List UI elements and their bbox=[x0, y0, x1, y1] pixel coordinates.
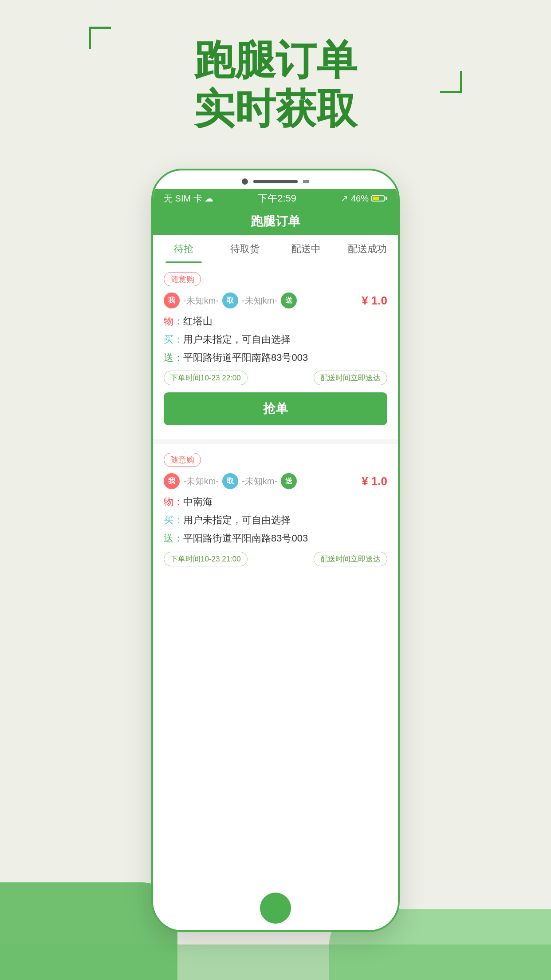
order-card-1: 随意购 我 -未知km- 取 -未知km- 送 ¥ 1.0 物： 红塔山 bbox=[153, 263, 398, 434]
tab-bar: 待抢 待取货 配送中 配送成功 bbox=[153, 235, 398, 263]
buy-label-1: 买： bbox=[164, 333, 183, 346]
camera-dot bbox=[242, 178, 248, 185]
header-line2: 实时获取 bbox=[0, 84, 551, 133]
send-label-2: 送： bbox=[164, 532, 183, 545]
tab-delivering[interactable]: 配送中 bbox=[276, 235, 337, 263]
delivery-time-2: 配送时间立即送达 bbox=[314, 552, 387, 566]
sensor bbox=[303, 180, 309, 183]
distance1-2: -未知km- bbox=[183, 475, 219, 487]
status-bar: 无 SIM 卡 ☁ 下午2:59 ↗ 46% bbox=[153, 189, 398, 208]
order-time-2: 下单时间10-23 21:00 bbox=[164, 552, 248, 566]
me-label-1: 我 bbox=[168, 296, 175, 305]
item-label-2: 物： bbox=[164, 495, 183, 509]
order-time-1: 下单时间10-23 22:00 bbox=[164, 371, 248, 385]
price-2: ¥ 1.0 bbox=[362, 474, 387, 488]
tab-pending-grab[interactable]: 待抢 bbox=[153, 235, 214, 263]
deliver-dot-1: 送 bbox=[281, 292, 297, 308]
phone-top-bar bbox=[153, 170, 398, 189]
me-label-2: 我 bbox=[168, 477, 175, 486]
pick-dot-1: 取 bbox=[222, 292, 238, 308]
distance1-1: -未知km- bbox=[183, 295, 219, 307]
header-line1: 跑腿订单 bbox=[0, 36, 551, 84]
status-left: 无 SIM 卡 ☁ bbox=[164, 193, 213, 205]
tab-delivered[interactable]: 配送成功 bbox=[337, 235, 398, 263]
buy-value-2: 用户未指定，可自由选择 bbox=[183, 514, 291, 527]
app-title: 跑腿订单 bbox=[251, 214, 300, 228]
buy-value-1: 用户未指定，可自由选择 bbox=[183, 333, 291, 347]
battery-icon bbox=[371, 195, 387, 202]
delivery-time-1: 配送时间立即送达 bbox=[314, 371, 387, 385]
home-button[interactable] bbox=[260, 893, 291, 924]
distance2-1: -未知km- bbox=[242, 295, 277, 307]
phone-mockup: 无 SIM 卡 ☁ 下午2:59 ↗ 46% 跑腿订单 待抢 待取货 配送中 bbox=[151, 169, 400, 932]
pick-label-1: 取 bbox=[227, 296, 234, 305]
sim-wifi-status: 无 SIM 卡 ☁ bbox=[164, 193, 213, 205]
order-tag-label-2: 随意购 bbox=[170, 455, 194, 464]
power-button bbox=[398, 335, 400, 383]
send-row-2: 送： 平阳路街道平阳南路83号003 bbox=[164, 532, 387, 545]
send-row-1: 送： 平阳路街道平阳南路83号003 bbox=[164, 351, 387, 365]
home-button-area bbox=[153, 886, 398, 930]
volume-up-button bbox=[151, 312, 153, 348]
buy-label-2: 买： bbox=[164, 514, 183, 527]
buy-row-2: 买： 用户未指定，可自由选择 bbox=[164, 514, 387, 527]
distance2-2: -未知km- bbox=[242, 475, 277, 487]
battery-body bbox=[371, 195, 385, 202]
bracket-top-left bbox=[89, 27, 111, 49]
me-dot-2: 我 bbox=[164, 473, 180, 489]
time-row-2: 下单时间10-23 21:00 配送时间立即送达 bbox=[164, 552, 387, 566]
app-header: 跑腿订单 bbox=[153, 208, 398, 235]
volume-down-button bbox=[151, 357, 153, 392]
send-value-1: 平阳路街道平阳南路83号003 bbox=[183, 351, 308, 365]
route-row-1: 我 -未知km- 取 -未知km- 送 ¥ 1.0 bbox=[164, 292, 387, 308]
battery-percent: 46% bbox=[351, 194, 369, 204]
speaker bbox=[253, 180, 298, 183]
deliver-label-1: 送 bbox=[285, 296, 292, 305]
tab-pending-pickup-label: 待取货 bbox=[230, 243, 260, 254]
grab-button-label-1: 抢单 bbox=[263, 402, 288, 415]
pick-dot-2: 取 bbox=[222, 473, 238, 489]
battery-tip bbox=[386, 197, 387, 200]
clock: 下午2:59 bbox=[258, 192, 296, 205]
signal-icon: ↗ bbox=[341, 193, 348, 204]
send-value-2: 平阳路街道平阳南路83号003 bbox=[183, 532, 308, 545]
battery-fill bbox=[373, 197, 379, 200]
order-tag-label-1: 随意购 bbox=[170, 275, 194, 284]
phone-content: 随意购 我 -未知km- 取 -未知km- 送 ¥ 1.0 物： 红塔山 bbox=[153, 263, 398, 932]
order-card-2: 随意购 我 -未知km- 取 -未知km- 送 ¥ 1.0 物： 中南海 bbox=[153, 444, 398, 582]
price-1: ¥ 1.0 bbox=[362, 294, 387, 308]
send-label-1: 送： bbox=[164, 351, 183, 364]
deliver-dot-2: 送 bbox=[281, 473, 297, 489]
item-row-1: 物： 红塔山 bbox=[164, 315, 387, 328]
tab-pending-grab-label: 待抢 bbox=[174, 243, 193, 254]
tab-delivered-label: 配送成功 bbox=[348, 243, 387, 254]
bg-decoration-center bbox=[0, 944, 551, 980]
order-tag-2: 随意购 bbox=[164, 453, 201, 467]
buy-row-1: 买： 用户未指定，可自由选择 bbox=[164, 333, 387, 347]
grab-button-1[interactable]: 抢单 bbox=[164, 392, 387, 425]
tab-pending-pickup[interactable]: 待取货 bbox=[214, 235, 276, 263]
item-row-2: 物： 中南海 bbox=[164, 495, 387, 509]
bracket-bottom-right bbox=[440, 71, 462, 93]
me-dot-1: 我 bbox=[164, 292, 180, 308]
order-tag-1: 随意购 bbox=[164, 272, 201, 286]
tab-delivering-label: 配送中 bbox=[291, 243, 321, 254]
item-value-1: 红塔山 bbox=[183, 315, 213, 328]
status-right: ↗ 46% bbox=[341, 193, 387, 204]
divider-1 bbox=[153, 439, 398, 444]
time-row-1: 下单时间10-23 22:00 配送时间立即送达 bbox=[164, 371, 387, 385]
route-row-2: 我 -未知km- 取 -未知km- 送 ¥ 1.0 bbox=[164, 473, 387, 489]
item-label-1: 物： bbox=[164, 315, 183, 328]
deliver-label-2: 送 bbox=[285, 477, 292, 486]
pick-label-2: 取 bbox=[227, 477, 234, 486]
header-area: 跑腿订单 实时获取 bbox=[0, 27, 551, 142]
header-title: 跑腿订单 实时获取 bbox=[0, 27, 551, 142]
item-value-2: 中南海 bbox=[183, 495, 213, 509]
